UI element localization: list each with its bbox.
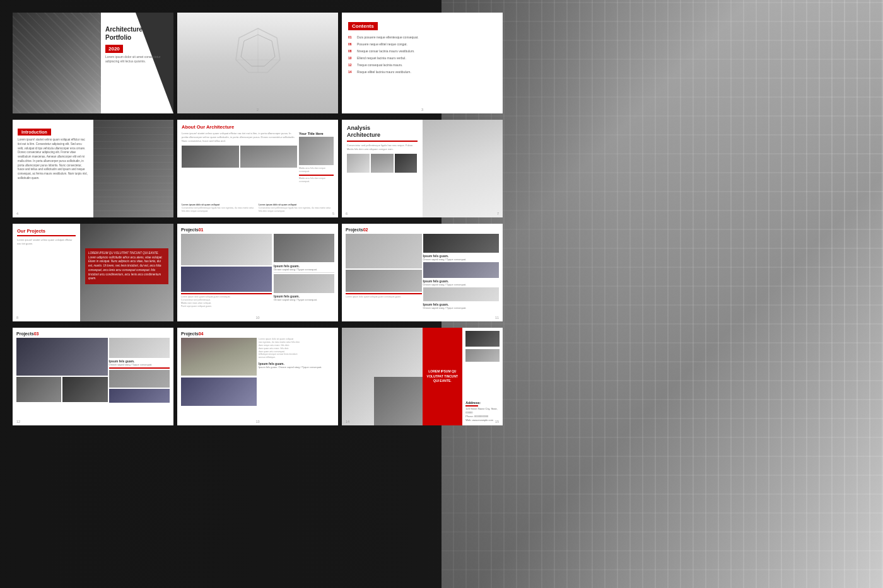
analysis-image — [423, 120, 503, 217]
analysis-title: AnalysisArchitecture — [347, 125, 418, 139]
contents-item: 14Risque ellitel lacinia maurs vestibulu… — [348, 70, 496, 74]
page-12-projects03[interactable]: Projects03 Ipsum fels guam. — [13, 328, 173, 425]
page-10-projects01[interactable]: Projects01 Lorem ipsum dolo guam voliqua… — [177, 224, 338, 321]
page-5-about[interactable]: About Our Architecture Lorem ipsum! star… — [177, 120, 338, 217]
proj02-col2: Ipsum fels guam. Ornare sapial starg / T… — [423, 234, 500, 309]
page-num-4: 4 — [16, 212, 18, 216]
page-num-1: 1 — [92, 108, 94, 112]
page-11-projects02[interactable]: Projects02 Lorem ipsum dolo quam voliqua… — [342, 224, 503, 321]
cover-text-area: Architecture Portfolio 2020 Lorem ipsum … — [105, 25, 168, 64]
cover-image — [13, 13, 101, 113]
page-num-3: 3 — [421, 108, 423, 112]
page-num-15: 15 — [495, 420, 499, 424]
cover-title: Architecture Portfolio — [105, 25, 168, 42]
about-main-col: Lorem ipsum! startet velmo quam voliquat… — [182, 132, 297, 202]
page-3-contents[interactable]: Contents 01Duis posuere neque ellentesqu… — [342, 13, 503, 113]
proj02-col1: Lorem ipsum dolo quam voliquat guam cons… — [346, 234, 422, 309]
contents-item: 12Treque consequat lacinia maurs. — [348, 63, 496, 67]
page-4-intro[interactable]: Introduction Lorem ipsum! startet velmo … — [13, 120, 173, 217]
page-num-10: 10 — [255, 316, 259, 320]
proj04-content: Lorem ipsum dolo sit quam voliquat nac e… — [181, 338, 334, 407]
page-num-8: 8 — [16, 316, 18, 320]
about-col2: Lorem ipsum dolo sit quam voliquat Conse… — [259, 204, 334, 213]
analysis-red-line — [347, 141, 418, 142]
intro-right-image — [93, 120, 174, 217]
projects-intro-image: LOREM IPSUM QU VOLUTPAT TINCUNT QUI EANT… — [80, 224, 173, 321]
contents-item: 10Ellend nequet lacinia maurs verbul. — [348, 56, 496, 61]
geo-decoration — [233, 25, 283, 76]
final-red-box: LOREM IPSUM QU VOLUTPAT TINCUNT QUI EANT… — [423, 328, 463, 425]
about-title: About Our Architecture — [182, 124, 334, 130]
spread-row-3: Our Projects Lorem ipsum! startet velmo … — [13, 224, 479, 321]
about-bottom-cols: Lorem ipsum dolo sit quam voliquat Conse… — [182, 204, 334, 213]
page-num-12: 12 — [16, 420, 20, 424]
page-6-7-analysis[interactable]: AnalysisArchitecture Consectetur sed pel… — [342, 120, 503, 217]
spread-row-1: Architecture Portfolio 2020 Lorem ipsum … — [13, 13, 479, 113]
projects-intro-text: Our Projects Lorem ipsum! startet velmo … — [13, 224, 80, 321]
page-13-projects04[interactable]: Projects04 Lorem ipsum dolo sit quam vol… — [177, 328, 338, 425]
final-photo-left — [342, 328, 423, 425]
proj01-images: Lorem ipsum dolo guam voliquat guam cons… — [181, 234, 272, 308]
contents-item: 08Nneque consar lacinia maurs vestibulum… — [348, 49, 496, 54]
intro-body: Lorem ipsum! startet velmo quam voliquat… — [18, 138, 88, 181]
spread-row-2: Introduction Lorem ipsum! startet velmo … — [13, 120, 479, 217]
proj03-left — [16, 338, 108, 404]
page-num-6: 6 — [346, 212, 348, 216]
proj04-label: Projects04 — [181, 331, 334, 336]
page-num-2: 2 — [257, 108, 259, 112]
proj03-right: Ipsum fels guam. Ornare sapial starg / T… — [109, 338, 170, 404]
proj03-label: Projects03 — [16, 331, 170, 336]
address-section: Address: 123 Street Name City, State, 00… — [465, 401, 500, 422]
portfolio-spread-area: Architecture Portfolio 2020 Lorem ipsum … — [13, 13, 479, 425]
final-address-area: Address: 123 Street Name City, State, 00… — [462, 328, 503, 425]
contents-item: 01Duis posuere neque ellentesque consequ… — [348, 35, 496, 40]
contents-item: 06Posuere neque ellitel neque congat. — [348, 42, 496, 47]
analysis-text: AnalysisArchitecture Consectetur sed pel… — [342, 120, 423, 217]
spreads-grid: Architecture Portfolio 2020 Lorem ipsum … — [13, 13, 479, 425]
proj02-label: Projects02 — [346, 228, 499, 232]
page-num-14: 14 — [346, 420, 349, 424]
proj04-left — [181, 338, 257, 407]
contents-title: Contents — [348, 22, 378, 30]
page-num-7: 7 — [497, 212, 499, 216]
projects-title: Our Projects — [17, 228, 76, 236]
analysis-small-imgs — [347, 154, 418, 173]
about-col1: Lorem ipsum dolo sit quam voliquat Conse… — [182, 204, 257, 213]
page-2-photo[interactable]: 2 — [177, 13, 338, 113]
contents-list: 01Duis posuere neque ellentesque consequ… — [348, 35, 496, 74]
proj03-content: Ipsum fels guam. Ornare sapial starg / T… — [16, 338, 170, 404]
proj01-side: Ipsum fels guam. Ornare sapial starg / T… — [274, 234, 334, 308]
proj04-right: Lorem ipsum dolo sit quam voliquat nac e… — [259, 338, 334, 407]
intro-left: Introduction Lorem ipsum! startet velmo … — [13, 120, 93, 217]
proj02-content: Lorem ipsum dolo quam voliquat guam cons… — [346, 234, 499, 309]
intro-badge: Introduction — [18, 129, 51, 135]
cover-subtitle: Lorem ipsum dolor sit amet consectetur a… — [105, 55, 168, 64]
page-num-5: 5 — [332, 212, 334, 216]
about-images — [182, 146, 297, 168]
page-1-cover[interactable]: Architecture Portfolio 2020 Lorem ipsum … — [13, 13, 173, 113]
cover-year: 2020 — [105, 45, 123, 53]
projects-overlay-text: LOREM IPSUM QU VOLUTPAT TINCUNT QUI EANT… — [85, 248, 168, 284]
page-num-11: 11 — [495, 316, 499, 320]
page-14-15-final[interactable]: LOREM IPSUM QU VOLUTPAT TINCUNT QUI EANT… — [342, 328, 503, 425]
proj01-content: Lorem ipsum dolo guam voliquat guam cons… — [181, 234, 334, 308]
about-side-col: Your Title Here Mattis arcu fels dam neq… — [299, 132, 334, 202]
proj01-label: Projects01 — [181, 228, 334, 232]
page-num-13: 13 — [255, 420, 259, 424]
page-8-9-projects[interactable]: Our Projects Lorem ipsum! startet velmo … — [13, 224, 173, 321]
spread-row-4: Projects03 Ipsum fels guam. — [13, 328, 479, 425]
final-right-page: LOREM IPSUM QU VOLUTPAT TINCUNT QUI EANT… — [423, 328, 503, 425]
